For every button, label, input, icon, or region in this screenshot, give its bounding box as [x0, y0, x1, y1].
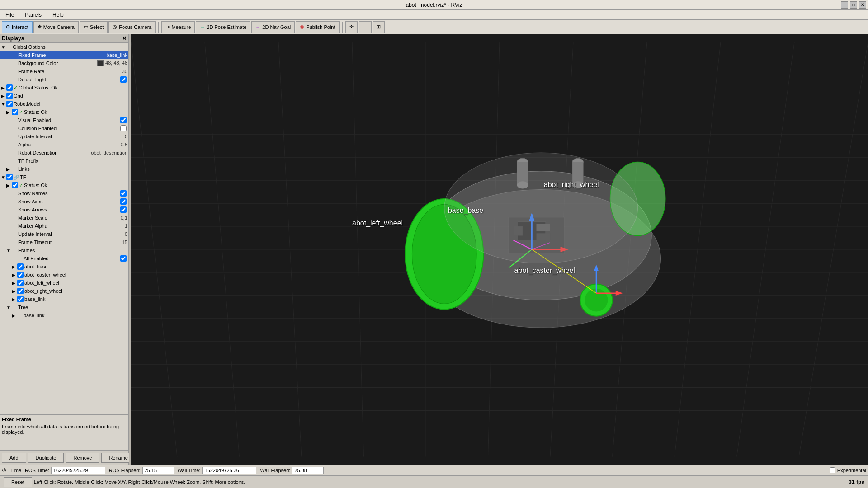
abot-left-checkbox[interactable]	[17, 280, 24, 286]
item-label: Marker Scale	[18, 215, 119, 221]
tree-item-robot-description[interactable]: Robot Description robot_description	[0, 149, 128, 157]
item-value: robot_description	[90, 150, 127, 155]
robotmodel-checkbox[interactable]	[6, 101, 13, 107]
abot-base-checkbox[interactable]	[17, 263, 24, 270]
collision-enabled-checkbox[interactable]	[120, 125, 127, 131]
tree-item-visual-enabled[interactable]: Visual Enabled	[0, 116, 128, 124]
tree-item-frame-timeout[interactable]: Frame Timeout 15	[0, 238, 128, 246]
tree-item-abot-right[interactable]: ▶ abot_right_wheel	[0, 287, 128, 295]
interact-button[interactable]: ⊕ Interact	[2, 21, 33, 33]
tree-item-alpha[interactable]: Alpha 0,5	[0, 141, 128, 149]
tree-item-all-enabled[interactable]: All Enabled	[0, 254, 128, 263]
status-ok-checkbox[interactable]	[12, 109, 18, 115]
ros-elapsed-input[interactable]	[142, 467, 174, 474]
extra-button-1[interactable]: ✛	[345, 21, 358, 33]
tree-item-status-ok[interactable]: ▶ ✓ Status: Ok	[0, 108, 128, 116]
tf-status-checkbox[interactable]	[12, 182, 18, 188]
expand-icon: ▶	[12, 289, 17, 294]
tree-item-show-names[interactable]: Show Names	[0, 189, 128, 197]
item-value: 0	[125, 231, 127, 237]
pose-estimate-button[interactable]: → 2D Pose Estimate	[196, 21, 250, 33]
item-label: All Enabled	[24, 256, 120, 261]
3d-viewport[interactable]: abot_right_wheel abot_left_wheel base_ba…	[131, 34, 868, 465]
help-text: Left-Click: Rotate. Middle-Click: Move X…	[34, 479, 245, 485]
menu-help[interactable]: Help	[49, 11, 67, 19]
tree-item-fixed-frame[interactable]: Fixed Frame base_link	[0, 51, 128, 59]
tree-item-global-status[interactable]: ▶ ✓ Global Status: Ok	[0, 84, 128, 92]
tf-checkbox[interactable]	[6, 174, 13, 180]
tree-area[interactable]: ▼ Global Options Fixed Frame base_link B…	[0, 43, 128, 414]
tree-item-tf-prefix[interactable]: TF Prefix	[0, 157, 128, 165]
tree-item-tf-status[interactable]: ▶ ✓ Status: Ok	[0, 181, 128, 189]
tree-item-frames-group[interactable]: ▼ Frames	[0, 246, 128, 254]
wall-elapsed-input[interactable]	[292, 467, 324, 474]
displays-close-icon[interactable]: ✕	[122, 35, 127, 42]
grid-checkbox[interactable]	[6, 93, 13, 99]
tree-item-tree-group[interactable]: ▼ Tree	[0, 303, 128, 311]
item-label: Collision Enabled	[18, 126, 120, 131]
show-arrows-checkbox[interactable]	[120, 206, 127, 213]
show-axes-checkbox[interactable]	[120, 198, 127, 205]
minimize-button[interactable]: _	[841, 1, 848, 9]
item-label: TF Prefix	[18, 158, 127, 164]
maximize-button[interactable]: □	[850, 1, 857, 9]
item-label: abot_left_wheel	[24, 280, 127, 286]
item-label: Show Axes	[18, 199, 120, 204]
expand-icon: ▶	[6, 167, 12, 172]
measure-button[interactable]: ⊸ Measure	[161, 21, 195, 33]
experimental-label: Experimental	[837, 468, 866, 473]
tree-item-bg-color[interactable]: Background Color 48; 48; 48	[0, 59, 128, 67]
tree-item-default-light[interactable]: Default Light	[0, 75, 128, 84]
tree-item-abot-caster[interactable]: ▶ abot_caster_wheel	[0, 271, 128, 279]
tree-item-robotmodel[interactable]: ▼ RobotModel	[0, 100, 128, 108]
add-button[interactable]: Add	[2, 453, 26, 463]
tree-item-global-options[interactable]: ▼ Global Options	[0, 43, 128, 51]
base-link-checkbox[interactable]	[17, 296, 24, 302]
time-label: Time	[10, 468, 21, 473]
global-status-checkbox[interactable]	[6, 84, 13, 91]
tree-item-links[interactable]: ▶ Links	[0, 165, 128, 173]
tree-item-tf[interactable]: ▼ 🔗 TF	[0, 173, 128, 181]
tree-item-grid[interactable]: ▶ Grid	[0, 92, 128, 100]
tree-item-abot-left[interactable]: ▶ abot_left_wheel	[0, 279, 128, 287]
menu-file[interactable]: File	[2, 11, 18, 19]
item-label: abot_base	[24, 264, 127, 269]
publish-point-button[interactable]: ◉ Publish Point	[296, 21, 339, 33]
tree-item-collision-enabled[interactable]: Collision Enabled	[0, 124, 128, 132]
tree-item-marker-alpha[interactable]: Marker Alpha 1	[0, 222, 128, 230]
tree-item-abot-base[interactable]: ▶ abot_base	[0, 263, 128, 271]
tree-item-update-interval[interactable]: Update Interval 0	[0, 132, 128, 141]
default-light-checkbox[interactable]	[120, 76, 127, 83]
move-camera-button[interactable]: ✥ Move Camera	[33, 21, 79, 33]
tree-item-marker-scale[interactable]: Marker Scale 0,1	[0, 214, 128, 222]
tree-item-show-arrows[interactable]: Show Arrows	[0, 206, 128, 214]
wall-time-input[interactable]	[202, 467, 256, 474]
window-controls[interactable]: _ □ ✕	[841, 1, 866, 9]
item-label: Links	[18, 166, 127, 172]
menu-panels[interactable]: Panels	[21, 11, 45, 19]
focus-camera-label: Focus Camera	[119, 24, 151, 30]
close-button[interactable]: ✕	[859, 1, 866, 9]
nav-goal-button[interactable]: → 2D Nav Goal	[251, 21, 295, 33]
focus-camera-button[interactable]: ◎ Focus Camera	[108, 21, 156, 33]
select-button[interactable]: ▭ Select	[80, 21, 108, 33]
remove-button[interactable]: Remove	[66, 453, 99, 463]
ros-elapsed-label: ROS Elapsed:	[109, 468, 141, 473]
item-value: 1	[125, 223, 127, 229]
reset-button[interactable]: Reset	[4, 477, 32, 487]
show-names-checkbox[interactable]	[120, 190, 127, 197]
duplicate-button[interactable]: Duplicate	[28, 453, 64, 463]
extra-button-2[interactable]: —	[359, 21, 372, 33]
experimental-checkbox[interactable]	[830, 467, 835, 473]
abot-caster-checkbox[interactable]	[17, 272, 24, 278]
ros-time-input[interactable]	[51, 467, 105, 474]
visual-enabled-checkbox[interactable]	[120, 117, 127, 123]
tree-item-update-interval2[interactable]: Update Interval 0	[0, 230, 128, 238]
all-enabled-checkbox[interactable]	[120, 255, 127, 262]
tree-item-frame-rate[interactable]: Frame Rate 30	[0, 67, 128, 75]
tree-item-tree-base-link[interactable]: ▶ base_link	[0, 311, 128, 319]
abot-right-checkbox[interactable]	[17, 288, 24, 294]
tree-item-base-link[interactable]: ▶ base_link	[0, 295, 128, 303]
tree-item-show-axes[interactable]: Show Axes	[0, 197, 128, 206]
extra-button-3[interactable]: ⊞	[373, 21, 385, 33]
